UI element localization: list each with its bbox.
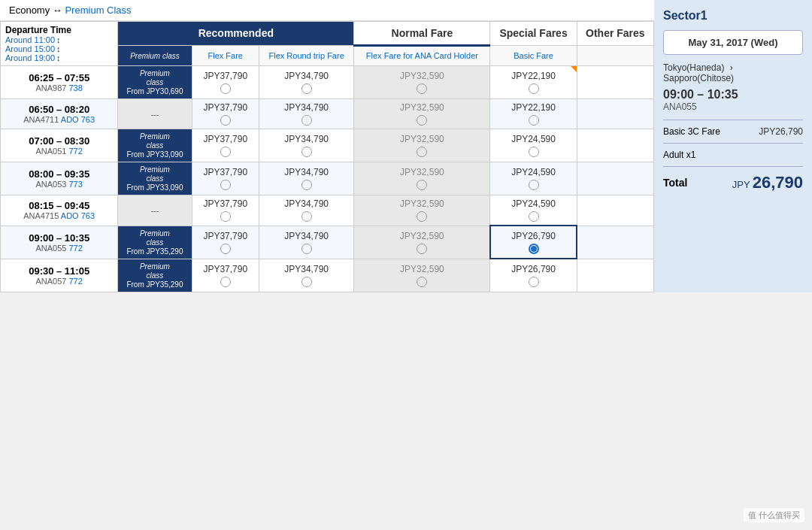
flex-fare-cell[interactable]: JPY37,790 (192, 226, 259, 259)
table-row: 09:30 – 11:05 ANA057 772 Premiumclass Fr… (1, 259, 654, 292)
radio-basic[interactable] (529, 147, 539, 157)
basic-fare-cell[interactable]: JPY26,790 (490, 259, 577, 292)
premium-cell[interactable]: Premiumclass From JPY35,290 (118, 226, 192, 259)
radio-basic[interactable] (529, 211, 539, 222)
radio-basic[interactable] (529, 244, 539, 254)
radio-flex[interactable] (220, 277, 231, 287)
premium-class-link[interactable]: Premium Class (65, 5, 131, 16)
flex-fare-cell[interactable]: JPY37,790 (192, 129, 259, 162)
origin: Tokyo(Haneda) (663, 62, 724, 73)
flex-ana-card-subheader[interactable]: Flex Fare for ANA Card Holder (354, 45, 490, 65)
departure-cell: 06:25 – 07:55 ANA987 738 (1, 66, 118, 99)
basic-fare-subheader[interactable]: Basic Fare (490, 45, 577, 65)
radio-basic[interactable] (529, 83, 539, 94)
radio-flex[interactable] (220, 180, 231, 190)
flex-fare-cell[interactable]: JPY37,790 (192, 162, 259, 195)
flight-link[interactable]: 773 (68, 180, 82, 189)
flex-ana-cell[interactable]: JPY32,590 (354, 259, 490, 292)
flex-ana-cell[interactable]: JPY32,590 (354, 226, 490, 259)
flight-tbody: 06:25 – 07:55 ANA987 738 Premiumclass Fr… (1, 66, 654, 292)
basic-fare-cell[interactable]: JPY24,590 (490, 162, 577, 195)
flight-link[interactable]: 772 (68, 244, 82, 253)
table-row: 06:25 – 07:55 ANA987 738 Premiumclass Fr… (1, 66, 654, 99)
normal-fare-header[interactable]: Normal Fare (354, 22, 490, 46)
fare-line: Basic 3C Fare JPY26,790 (663, 126, 803, 137)
flex-ana-cell[interactable]: JPY32,590 (354, 66, 490, 99)
flex-fare-cell[interactable]: JPY37,790 (192, 259, 259, 292)
basic-fare-cell[interactable]: JPY24,590 (490, 195, 577, 226)
radio-flex-round[interactable] (301, 180, 312, 190)
other-fares-header[interactable]: Other Fares (577, 22, 653, 46)
radio-flex[interactable] (220, 83, 231, 94)
premium-class-subheader: Premium class (118, 45, 192, 65)
filter-19[interactable]: Around 19:00↕ (5, 53, 113, 62)
header-row-groups: Departure Time Around 11:00↕ Around 15:0… (1, 22, 654, 46)
premium-cell[interactable]: Premiumclass From JPY35,290 (118, 259, 192, 292)
table-row: 08:00 – 09:35 ANA053 773 Premiumclass Fr… (1, 162, 654, 195)
flex-roundtrip-cell[interactable]: JPY34,790 (259, 226, 353, 259)
radio-flex-ana[interactable] (417, 180, 427, 190)
dep-time-label: Departure Time (5, 25, 113, 35)
flex-roundtrip-subheader[interactable]: Flex Round trip Fare (259, 45, 353, 65)
flex-fare-subheader[interactable]: Flex Fare (192, 45, 259, 65)
flex-fare-cell[interactable]: JPY37,790 (192, 195, 259, 226)
premium-cell[interactable]: Premiumclass From JPY33,090 (118, 129, 192, 162)
departure-cell: 08:15 – 09:45 ANA4715 ADO 763 (1, 195, 118, 226)
total-line: Total JPY26,790 (663, 173, 803, 192)
radio-flex-round[interactable] (301, 115, 312, 126)
radio-flex-round[interactable] (301, 211, 312, 222)
radio-basic[interactable] (529, 115, 539, 126)
flex-ana-cell[interactable]: JPY32,590 (354, 162, 490, 195)
basic-fare-cell[interactable]: JPY22,190 (490, 66, 577, 99)
radio-flex-ana[interactable] (417, 244, 427, 254)
flex-ana-cell[interactable]: JPY32,590 (354, 99, 490, 129)
sidebar-time-range: 09:00 – 10:35 (663, 88, 803, 101)
main-area: Economy ↔ Premium Class Departure Time A… (0, 0, 654, 292)
flex-fare-cell[interactable]: JPY37,790 (192, 66, 259, 99)
flex-roundtrip-cell[interactable]: JPY34,790 (259, 259, 353, 292)
filter-11[interactable]: Around 11:00↕ (5, 35, 113, 44)
radio-flex-round[interactable] (301, 277, 312, 287)
radio-flex[interactable] (220, 115, 231, 126)
flex-roundtrip-cell[interactable]: JPY34,790 (259, 162, 353, 195)
premium-cell[interactable]: Premiumclass From JPY30,690 (118, 66, 192, 99)
radio-flex-round[interactable] (301, 147, 312, 157)
dep-time: 08:15 – 09:45 (5, 200, 113, 211)
divider-3 (663, 166, 803, 167)
flight-link[interactable]: ADO 763 (61, 211, 95, 220)
flight-link[interactable]: 772 (68, 147, 82, 156)
flex-ana-cell[interactable]: JPY32,590 (354, 129, 490, 162)
radio-flex-ana[interactable] (417, 115, 427, 126)
flight-link[interactable]: 772 (68, 277, 82, 286)
radio-flex[interactable] (220, 244, 231, 254)
flight-link[interactable]: 738 (68, 83, 82, 92)
flex-roundtrip-cell[interactable]: JPY34,790 (259, 66, 353, 99)
flex-ana-cell[interactable]: JPY32,590 (354, 195, 490, 226)
special-fares-header[interactable]: Special Fares (490, 22, 577, 46)
radio-flex-round[interactable] (301, 83, 312, 94)
radio-basic[interactable] (529, 180, 539, 190)
flight-num: ANA987 738 (5, 83, 113, 92)
radio-flex-ana[interactable] (417, 277, 427, 287)
radio-basic[interactable] (529, 277, 539, 287)
flex-roundtrip-cell[interactable]: JPY34,790 (259, 99, 353, 129)
radio-flex-ana[interactable] (417, 83, 427, 94)
dep-time: 09:00 – 10:35 (5, 232, 113, 244)
flex-fare-cell[interactable]: JPY37,790 (192, 99, 259, 129)
radio-flex[interactable] (220, 211, 231, 222)
adult-line: Adult x1 (663, 150, 803, 160)
radio-flex[interactable] (220, 147, 231, 157)
flight-link[interactable]: ADO 763 (61, 115, 95, 124)
filter-15[interactable]: Around 15:00↕ (5, 44, 113, 53)
radio-flex-round[interactable] (301, 244, 312, 254)
dep-time: 09:30 – 11:05 (5, 265, 113, 277)
basic-fare-cell[interactable]: JPY22,190 (490, 99, 577, 129)
premium-cell[interactable]: Premiumclass From JPY33,090 (118, 162, 192, 195)
radio-flex-ana[interactable] (417, 147, 427, 157)
flex-roundtrip-cell[interactable]: JPY34,790 (259, 129, 353, 162)
flex-roundtrip-cell[interactable]: JPY34,790 (259, 195, 353, 226)
recommended-header[interactable]: Recommended (118, 22, 354, 46)
radio-flex-ana[interactable] (417, 211, 427, 222)
basic-fare-cell[interactable]: JPY26,790 (490, 226, 577, 259)
basic-fare-cell[interactable]: JPY24,590 (490, 129, 577, 162)
